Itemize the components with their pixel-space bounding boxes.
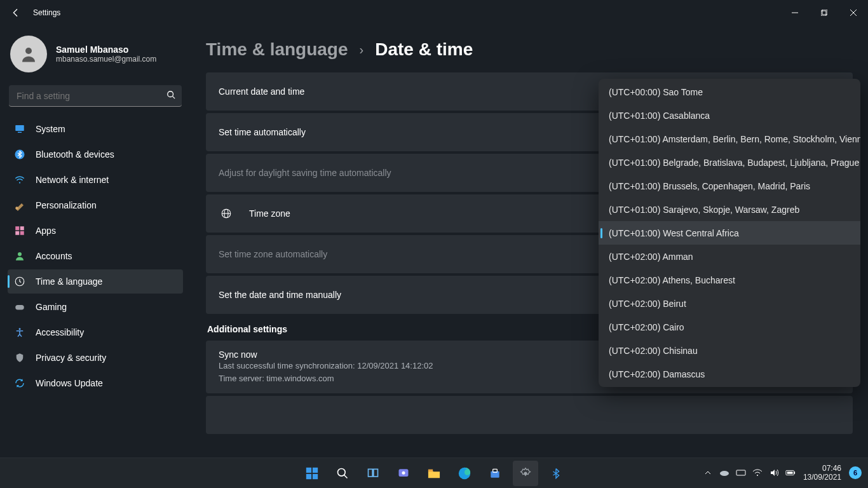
timezone-option[interactable]: (UTC+02:00) Beirut (599, 292, 860, 315)
tray-chevron-up-icon[interactable] (703, 468, 713, 478)
nav-item-bluetooth-devices[interactable]: Bluetooth & devices (8, 142, 183, 166)
timezone-option[interactable]: (UTC+02:00) Amman (599, 245, 860, 268)
keyboard-icon[interactable] (736, 468, 746, 478)
grid-icon (14, 225, 25, 236)
nav-item-system[interactable]: System (8, 117, 183, 141)
timezone-option[interactable]: (UTC+01:00) Belgrade, Bratislava, Budape… (599, 151, 860, 174)
titlebar: Settings (0, 0, 868, 25)
breadcrumb-parent[interactable]: Time & language (206, 39, 348, 60)
store-button[interactable] (482, 461, 508, 486)
taskbar: 07:46 13/09/2021 6 (0, 458, 868, 488)
nav-label: Accounts (36, 251, 72, 261)
nav-item-apps[interactable]: Apps (8, 219, 183, 243)
task-view-button[interactable] (360, 461, 386, 486)
timezone-option[interactable]: (UTC+01:00) Casablanca (599, 104, 860, 127)
nav-item-time-language[interactable]: Time & language (8, 269, 183, 294)
clock-time: 07:46 (803, 464, 841, 473)
timezone-option[interactable]: (UTC+02:00) Damascus (599, 362, 860, 386)
file-explorer-button[interactable] (421, 461, 447, 486)
timezone-dropdown[interactable]: (UTC+00:00) Sao Tome(UTC+01:00) Casablan… (599, 79, 860, 387)
nav-item-accounts[interactable]: Accounts (8, 244, 183, 268)
svg-rect-26 (306, 473, 311, 478)
timezone-option[interactable]: (UTC+02:00) Athens, Bucharest (599, 268, 860, 292)
chat-button[interactable] (391, 461, 416, 486)
notification-badge[interactable]: 6 (849, 466, 862, 479)
bluetooth-icon (14, 149, 25, 160)
svg-rect-14 (20, 226, 24, 230)
window-title: Settings (33, 8, 60, 17)
timezone-option[interactable]: (UTC+02:00) Cairo (599, 315, 860, 339)
svg-rect-44 (787, 471, 793, 474)
nav-item-windows-update[interactable]: Windows Update (8, 371, 183, 395)
timezone-option[interactable]: (UTC+02:00) Chisinau (599, 339, 860, 362)
svg-point-39 (720, 471, 729, 476)
nav-item-personalization[interactable]: Personalization (8, 193, 183, 217)
card-partial (206, 396, 853, 434)
timezone-option[interactable]: (UTC+00:00) Sao Tome (599, 80, 860, 104)
svg-rect-25 (313, 467, 318, 472)
wifi-icon[interactable] (752, 468, 763, 478)
nav-label: Gaming (36, 302, 67, 312)
avatar (10, 36, 47, 72)
nav-list: SystemBluetooth & devicesNetwork & inter… (8, 117, 183, 395)
timezone-option[interactable]: (UTC+01:00) Brussels, Copenhagen, Madrid… (599, 174, 860, 198)
chevron-right-icon: › (360, 43, 364, 57)
svg-rect-16 (20, 231, 24, 235)
person-icon (14, 250, 25, 262)
nav-item-gaming[interactable]: Gaming (8, 295, 183, 319)
svg-rect-1 (821, 11, 826, 16)
timezone-option[interactable]: (UTC+01:00) Amsterdam, Berlin, Bern, Rom… (599, 127, 860, 151)
onedrive-icon[interactable] (719, 468, 729, 478)
volume-icon[interactable] (769, 468, 779, 478)
clock-date: 13/09/2021 (803, 473, 841, 482)
account-name: Samuel Mbanaso (56, 44, 156, 55)
taskbar-search-button[interactable] (330, 461, 355, 486)
timezone-option[interactable]: (UTC+01:00) Sarajevo, Skopje, Warsaw, Za… (599, 198, 860, 221)
nav-label: Accessibility (36, 327, 84, 337)
search-input[interactable] (9, 85, 182, 107)
svg-rect-27 (313, 473, 318, 478)
svg-point-17 (18, 252, 22, 256)
minimize-button[interactable] (780, 3, 810, 23)
svg-rect-40 (736, 470, 745, 475)
card-label: Set the date and time manually (219, 290, 341, 300)
search-icon (166, 90, 175, 102)
timezone-option[interactable]: (UTC+01:00) West Central Africa (599, 221, 860, 245)
svg-rect-15 (15, 231, 19, 235)
svg-rect-24 (306, 467, 311, 472)
gamepad-icon (14, 301, 25, 313)
maximize-button[interactable] (810, 3, 839, 23)
svg-line-7 (173, 97, 175, 99)
nav-item-network-internet[interactable]: Network & internet (8, 168, 183, 192)
svg-point-5 (25, 48, 32, 54)
nav-item-privacy-security[interactable]: Privacy & security (8, 346, 183, 370)
clock-icon (14, 276, 25, 287)
battery-icon[interactable] (785, 468, 796, 478)
svg-rect-30 (369, 469, 373, 477)
svg-rect-34 (428, 469, 433, 471)
close-button[interactable] (839, 3, 868, 23)
svg-point-33 (402, 471, 405, 474)
svg-rect-2 (822, 10, 827, 15)
wifi-icon (14, 174, 25, 186)
edge-button[interactable] (452, 461, 477, 486)
monitor-icon (14, 123, 25, 135)
nav-item-accessibility[interactable]: Accessibility (8, 320, 183, 344)
breadcrumb-current: Date & time (375, 39, 473, 60)
account-block[interactable]: Samuel Mbanaso mbanaso.samuel@gmail.com (8, 33, 183, 83)
globe-icon (219, 208, 234, 219)
account-email: mbanaso.samuel@gmail.com (56, 55, 156, 64)
nav-label: Privacy & security (36, 353, 106, 363)
sync-last: Last successful time synchronization: 12… (219, 360, 433, 372)
taskbar-clock[interactable]: 07:46 13/09/2021 (803, 464, 841, 482)
start-button[interactable] (299, 461, 325, 486)
bluetooth-taskbar-button[interactable] (543, 461, 569, 486)
refresh-icon (14, 377, 25, 389)
svg-rect-19 (15, 305, 24, 310)
accessibility-icon (14, 327, 25, 338)
svg-point-20 (19, 328, 21, 330)
card-label: Time zone (249, 208, 290, 219)
sidebar: Samuel Mbanaso mbanaso.samuel@gmail.com … (0, 25, 191, 404)
back-button[interactable] (10, 8, 20, 18)
settings-taskbar-button[interactable] (513, 461, 538, 486)
